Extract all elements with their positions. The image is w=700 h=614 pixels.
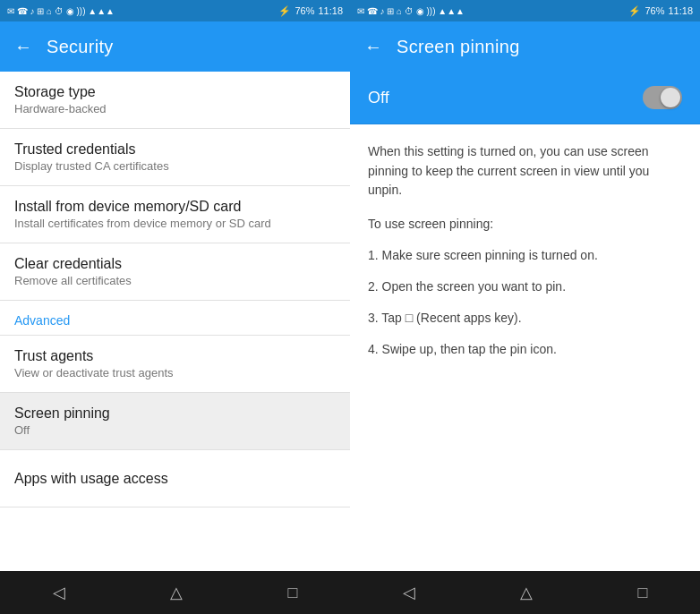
- left-battery-icon: ⚡: [278, 5, 291, 17]
- right-toolbar-title: Screen pinning: [397, 37, 520, 57]
- left-home-nav-button[interactable]: △: [152, 576, 201, 610]
- right-back-nav-button[interactable]: ◁: [385, 576, 433, 610]
- right-notification-icons: ✉ ☎ ♪ ⊞ ⌂ ⏱ ◉ ))) ▲▲▲: [357, 6, 465, 16]
- left-toolbar: ← Security: [0, 21, 350, 72]
- advanced-label: Advanced: [14, 313, 70, 328]
- left-battery-level: 76%: [295, 5, 314, 16]
- right-content: Off When this setting is turned on, you …: [350, 72, 700, 571]
- left-bottom-nav: ◁ △ □: [0, 571, 350, 614]
- settings-item-screen-pinning[interactable]: Screen pinning Off: [0, 393, 350, 450]
- step-1: 1. Make sure screen pinning is turned on…: [368, 246, 682, 265]
- left-status-right: ⚡ 76% 11:18: [278, 5, 343, 17]
- screen-pinning-subtitle: Off: [14, 423, 336, 437]
- right-battery-icon: ⚡: [628, 5, 641, 17]
- right-time: 11:18: [668, 5, 693, 16]
- screen-pinning-toggle-row[interactable]: Off: [350, 72, 700, 124]
- left-back-nav-button[interactable]: ◁: [35, 576, 83, 610]
- trusted-credentials-subtitle: Display trusted CA certificates: [14, 159, 336, 173]
- screen-pinning-title: Screen pinning: [14, 405, 336, 422]
- install-from-device-title: Install from device memory/SD card: [14, 199, 336, 215]
- left-status-bar: ✉ ☎ ♪ ⊞ ⌂ ⏱ ◉ ))) ▲▲▲ ⚡ 76% 11:18: [0, 0, 350, 21]
- right-toolbar: ← Screen pinning: [350, 21, 700, 72]
- settings-item-trusted-credentials[interactable]: Trusted credentials Display trusted CA c…: [0, 129, 350, 186]
- left-toolbar-title: Security: [47, 37, 114, 57]
- apps-usage-access-title: Apps with usage access: [14, 471, 336, 487]
- storage-type-title: Storage type: [14, 84, 336, 100]
- right-status-right: ⚡ 76% 11:18: [628, 5, 693, 17]
- settings-item-apps-usage-access[interactable]: Apps with usage access: [0, 450, 350, 507]
- description-text: When this setting is turned on, you can …: [368, 142, 682, 200]
- left-status-icons: ✉ ☎ ♪ ⊞ ⌂ ⏱ ◉ ))) ▲▲▲: [7, 6, 115, 16]
- step-3: 3. Tap □ (Recent apps key).: [368, 309, 682, 328]
- steps-intro: To use screen pinning:: [368, 215, 682, 234]
- right-battery-level: 76%: [645, 5, 664, 16]
- install-from-device-subtitle: Install certificates from device memory …: [14, 217, 336, 230]
- right-status-bar: ✉ ☎ ♪ ⊞ ⌂ ⏱ ◉ ))) ▲▲▲ ⚡ 76% 11:18: [350, 0, 700, 21]
- clear-credentials-title: Clear credentials: [14, 256, 336, 272]
- left-time: 11:18: [318, 5, 343, 16]
- right-status-icons: ✉ ☎ ♪ ⊞ ⌂ ⏱ ◉ ))) ▲▲▲: [357, 6, 465, 16]
- description-area: When this setting is turned on, you can …: [350, 124, 700, 389]
- left-panel: ✉ ☎ ♪ ⊞ ⌂ ⏱ ◉ ))) ▲▲▲ ⚡ 76% 11:18 ← Secu…: [0, 0, 350, 614]
- notification-icons: ✉ ☎ ♪ ⊞ ⌂ ⏱ ◉ ))) ▲▲▲: [7, 6, 115, 16]
- step-4: 4. Swipe up, then tap the pin icon.: [368, 340, 682, 359]
- settings-item-clear-credentials[interactable]: Clear credentials Remove all certificate…: [0, 243, 350, 301]
- screen-pinning-toggle[interactable]: [643, 86, 682, 109]
- storage-type-subtitle: Hardware-backed: [14, 102, 336, 115]
- right-panel: ✉ ☎ ♪ ⊞ ⌂ ⏱ ◉ ))) ▲▲▲ ⚡ 76% 11:18 ← Scre…: [350, 0, 700, 614]
- settings-item-trust-agents[interactable]: Trust agents View or deactivate trust ag…: [0, 336, 350, 393]
- advanced-section-header: Advanced: [0, 301, 350, 336]
- right-bottom-nav: ◁ △ □: [350, 571, 700, 614]
- left-recent-nav-button[interactable]: □: [269, 576, 315, 610]
- trust-agents-subtitle: View or deactivate trust agents: [14, 366, 336, 379]
- trusted-credentials-title: Trusted credentials: [14, 141, 336, 158]
- right-recent-nav-button[interactable]: □: [619, 576, 665, 610]
- right-back-button[interactable]: ←: [364, 37, 382, 57]
- toggle-thumb: [661, 88, 680, 107]
- clear-credentials-subtitle: Remove all certificates: [14, 274, 336, 287]
- left-content: Storage type Hardware-backed Trusted cre…: [0, 72, 350, 571]
- trust-agents-title: Trust agents: [14, 348, 336, 364]
- step-2: 2. Open the screen you want to pin.: [368, 277, 682, 296]
- left-back-button[interactable]: ←: [14, 37, 32, 57]
- right-home-nav-button[interactable]: △: [502, 576, 551, 610]
- settings-item-storage-type[interactable]: Storage type Hardware-backed: [0, 72, 350, 129]
- settings-item-install-from-device[interactable]: Install from device memory/SD card Insta…: [0, 186, 350, 243]
- toggle-label: Off: [368, 89, 389, 107]
